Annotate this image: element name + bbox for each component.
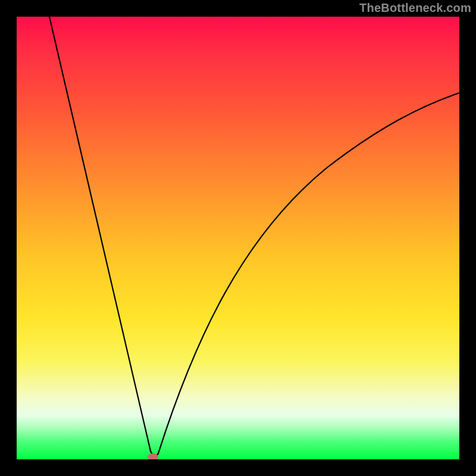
plot-area	[17, 17, 459, 459]
bottleneck-curve	[49, 17, 459, 456]
minimum-marker	[148, 453, 158, 459]
curve-layer	[17, 17, 459, 459]
watermark-text: TheBottleneck.com	[359, 1, 471, 15]
chart-frame: TheBottleneck.com	[0, 0, 476, 476]
